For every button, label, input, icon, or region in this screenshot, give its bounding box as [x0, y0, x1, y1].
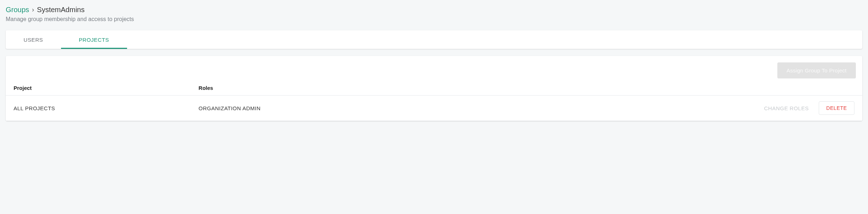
- column-header-roles: Roles: [198, 85, 854, 91]
- cell-roles: ORGANIZATION ADMIN: [198, 105, 764, 111]
- projects-card: Assign Group To Project Project Roles AL…: [6, 56, 862, 121]
- column-header-project: Project: [14, 85, 198, 91]
- delete-button[interactable]: DELETE: [819, 101, 854, 115]
- breadcrumb-separator: ›: [32, 6, 34, 14]
- tab-projects[interactable]: PROJECTS: [61, 30, 127, 49]
- card-toolbar: Assign Group To Project: [6, 56, 862, 78]
- change-roles-button[interactable]: CHANGE ROLES: [764, 105, 809, 111]
- assign-group-to-project-button[interactable]: Assign Group To Project: [777, 62, 856, 78]
- breadcrumb: Groups › SystemAdmins: [6, 6, 862, 14]
- table-row: ALL PROJECTS ORGANIZATION ADMIN CHANGE R…: [6, 96, 862, 121]
- tab-users[interactable]: USERS: [6, 30, 61, 49]
- table-header: Project Roles: [6, 78, 862, 96]
- breadcrumb-root-link[interactable]: Groups: [6, 6, 29, 14]
- tabs-container: USERS PROJECTS: [6, 30, 862, 49]
- cell-project: ALL PROJECTS: [14, 105, 198, 111]
- row-actions: CHANGE ROLES DELETE: [764, 101, 854, 115]
- page-subtitle: Manage group membership and access to pr…: [6, 16, 862, 22]
- breadcrumb-current: SystemAdmins: [37, 6, 85, 14]
